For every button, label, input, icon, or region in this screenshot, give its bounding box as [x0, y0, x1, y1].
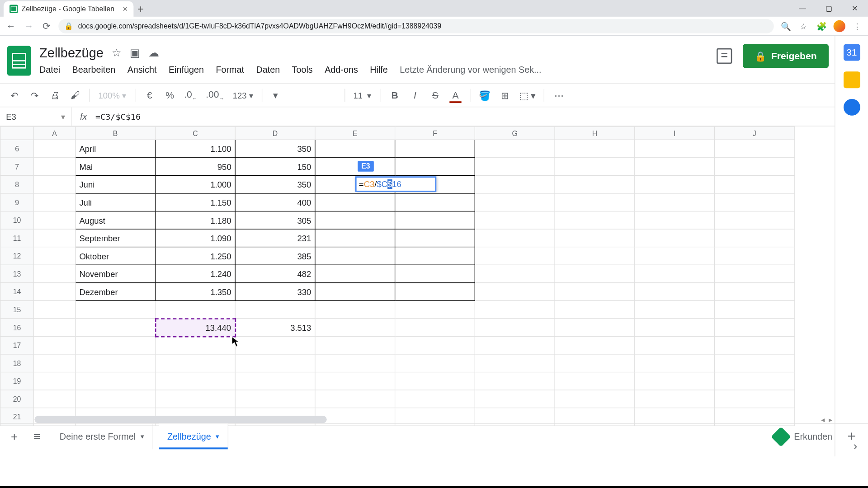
browser-profile-avatar[interactable]: [834, 20, 845, 32]
col-header[interactable]: H: [555, 127, 635, 140]
col-header[interactable]: C: [156, 127, 236, 140]
side-panel: 31 + ›: [835, 36, 868, 456]
col-header[interactable]: F: [395, 127, 475, 140]
keep-icon[interactable]: [843, 71, 860, 88]
menu-einfuegen[interactable]: Einfügen: [169, 64, 204, 74]
cell[interactable]: 1.100: [156, 140, 236, 158]
document-title[interactable]: Zellbezüge: [39, 45, 104, 61]
row-header[interactable]: 9: [0, 193, 34, 211]
text-color-button[interactable]: A: [449, 90, 461, 101]
menu-addons[interactable]: Add-ons: [325, 64, 358, 74]
row-header[interactable]: 12: [0, 247, 34, 265]
menu-daten[interactable]: Daten: [256, 64, 280, 74]
reload-icon[interactable]: ⟳: [41, 20, 52, 32]
cell[interactable]: [395, 140, 475, 158]
url-text: docs.google.com/spreadsheets/d/1GE-twIuF…: [78, 22, 441, 30]
row-header[interactable]: 6: [0, 140, 34, 158]
browser-tab[interactable]: Zellbezüge - Google Tabellen ×: [4, 1, 134, 17]
comments-icon[interactable]: [716, 48, 731, 64]
move-icon[interactable]: ▣: [130, 46, 140, 59]
close-tab-icon[interactable]: ×: [123, 4, 128, 14]
zoom-icon[interactable]: 🔍: [780, 21, 792, 31]
explore-button[interactable]: Erkunden: [774, 429, 832, 444]
sheets-logo-icon[interactable]: [7, 46, 31, 76]
cloud-status-icon[interactable]: ☁: [148, 46, 159, 59]
col-header[interactable]: J: [714, 127, 794, 140]
italic-button[interactable]: I: [409, 90, 421, 101]
row-header[interactable]: 10: [0, 211, 34, 229]
paint-format-icon[interactable]: 🖌: [69, 90, 81, 101]
merge-cells-button[interactable]: ⬚ ▾: [519, 89, 536, 101]
last-edit-text[interactable]: Letzte Änderung vor wenigen Sek...: [400, 64, 541, 74]
cell-reference-tag: E3: [358, 161, 373, 172]
more-toolbar-icon[interactable]: ⋯: [553, 89, 565, 101]
menu-datei[interactable]: Datei: [39, 64, 60, 74]
font-family-select[interactable]: ▾: [270, 89, 336, 101]
col-header[interactable]: D: [235, 127, 315, 140]
undo-icon[interactable]: ↶: [8, 89, 20, 101]
menu-ansicht[interactable]: Ansicht: [127, 64, 157, 74]
sheets-favicon: [9, 5, 18, 13]
row-header[interactable]: 8: [0, 175, 34, 193]
all-sheets-icon[interactable]: ≡: [28, 430, 45, 443]
star-doc-icon[interactable]: ☆: [112, 46, 121, 59]
cell[interactable]: [315, 140, 395, 158]
extensions-icon[interactable]: 🧩: [816, 21, 827, 31]
increase-decimal-button[interactable]: .00→: [206, 89, 224, 102]
row-header[interactable]: 14: [0, 283, 34, 301]
redo-icon[interactable]: ↷: [28, 89, 40, 101]
cell[interactable]: April: [75, 140, 156, 158]
horizontal-scrollbar[interactable]: [34, 416, 326, 423]
calendar-icon[interactable]: 31: [843, 44, 860, 61]
back-icon[interactable]: ←: [5, 20, 17, 31]
percent-button[interactable]: %: [164, 90, 175, 101]
formula-input[interactable]: =C3/$C$16: [95, 112, 868, 121]
name-box[interactable]: E3▾: [0, 107, 71, 126]
lock-icon: 🔒: [64, 22, 73, 30]
new-tab-button[interactable]: +: [133, 3, 148, 17]
sheet-tab[interactable]: Deine erste Formel▾: [51, 424, 153, 450]
scroll-arrows[interactable]: ◄ ►: [820, 417, 834, 423]
col-header[interactable]: B: [75, 127, 156, 140]
bold-button[interactable]: B: [389, 90, 401, 101]
currency-button[interactable]: €: [144, 90, 156, 101]
font-size-select[interactable]: 11 ▾: [354, 90, 372, 100]
row-header[interactable]: 13: [0, 265, 34, 283]
menu-hilfe[interactable]: Hilfe: [370, 64, 388, 74]
number-format-select[interactable]: 123 ▾: [233, 90, 253, 100]
add-sheet-button[interactable]: +: [6, 430, 23, 443]
tasks-icon[interactable]: [843, 99, 860, 116]
omnibox[interactable]: 🔒 docs.google.com/spreadsheets/d/1GE-twI…: [58, 19, 774, 33]
col-header[interactable]: E: [315, 127, 395, 140]
menu-tools[interactable]: Tools: [292, 64, 313, 74]
browser-menu-icon[interactable]: ⋮: [851, 21, 863, 31]
cell-editor[interactable]: =C3/$C$16: [355, 176, 436, 192]
spreadsheet-grid[interactable]: A B C D E F G H I J 6April1.100350 7Mai9…: [0, 127, 795, 426]
decrease-decimal-button[interactable]: .0←: [184, 89, 197, 102]
select-all-corner[interactable]: [0, 127, 34, 140]
sheet-tab-active[interactable]: Zellbezüge▾: [159, 424, 228, 450]
row-header[interactable]: 15: [0, 300, 34, 319]
col-header[interactable]: I: [635, 127, 715, 140]
row-header[interactable]: 16: [0, 319, 34, 337]
menu-bearbeiten[interactable]: Bearbeiten: [72, 64, 116, 74]
forward-icon[interactable]: →: [23, 20, 34, 31]
referenced-cell[interactable]: 13.440: [156, 319, 236, 337]
share-button[interactable]: 🔒 Freigeben: [742, 44, 829, 68]
star-icon[interactable]: ☆: [797, 21, 809, 31]
close-window-icon[interactable]: ✕: [842, 0, 868, 17]
maximize-icon[interactable]: ▢: [816, 0, 842, 17]
menu-format[interactable]: Format: [216, 64, 244, 74]
minimize-icon[interactable]: —: [789, 0, 816, 17]
cell[interactable]: 350: [235, 140, 315, 158]
strikethrough-button[interactable]: S: [429, 90, 441, 101]
col-header[interactable]: A: [34, 127, 75, 140]
borders-button[interactable]: ⊞: [499, 89, 511, 101]
print-icon[interactable]: 🖨: [49, 90, 61, 101]
explore-icon: [771, 427, 791, 447]
zoom-select[interactable]: 100% ▾: [99, 90, 127, 100]
row-header[interactable]: 11: [0, 229, 34, 247]
col-header[interactable]: G: [475, 127, 555, 140]
row-header[interactable]: 7: [0, 158, 34, 176]
fill-color-button[interactable]: 🪣: [479, 89, 491, 101]
